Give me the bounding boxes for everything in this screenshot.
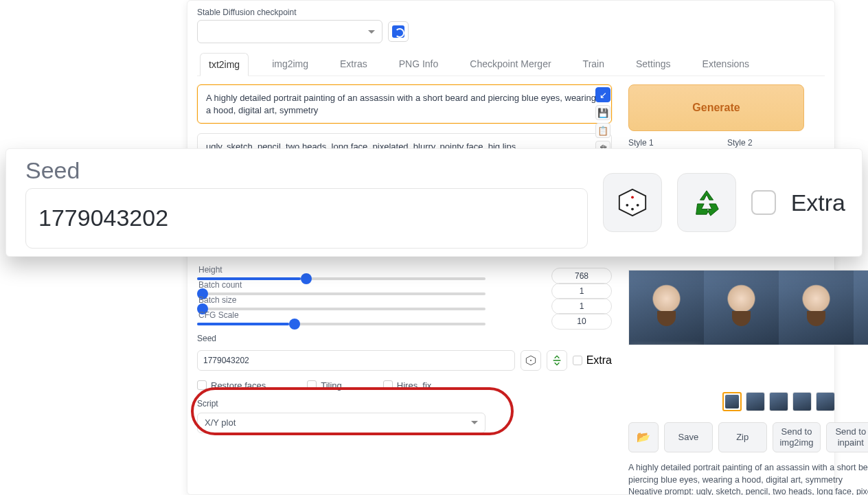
batch-count-slider[interactable]	[197, 292, 486, 295]
recycle-icon	[691, 187, 722, 218]
right-column: ↙ 💾 📋 🗑 Generate Style 1 None Style 2 No…	[616, 84, 819, 495]
seed-extra-label: Extra	[586, 354, 612, 367]
svg-point-1	[530, 360, 532, 361]
tab-checkpoint-merger[interactable]: Checkpoint Merger	[461, 53, 559, 76]
batch-count-label: Batch count	[198, 280, 242, 290]
checkpoint-select[interactable]	[197, 20, 382, 43]
tab-img2img[interactable]: img2img	[264, 53, 317, 76]
svg-point-5	[636, 204, 639, 207]
open-folder-button[interactable]: 📂	[628, 422, 659, 452]
overlay-extra-checkbox[interactable]	[751, 190, 776, 215]
script-label: Script	[197, 399, 612, 408]
generate-button[interactable]: Generate	[628, 84, 804, 131]
svg-point-4	[626, 204, 628, 207]
left-column: A highly detailed portrait painting of a…	[197, 84, 612, 495]
svg-marker-2	[619, 189, 645, 216]
tiling-check[interactable]: Tiling	[307, 380, 342, 391]
thumb-3[interactable]	[792, 392, 812, 411]
cfg-value[interactable]: 10	[551, 313, 612, 330]
seed-reuse-button[interactable]	[547, 350, 567, 371]
refresh-icon	[392, 25, 404, 38]
cfg-slider[interactable]	[197, 323, 486, 325]
thumb-4[interactable]	[816, 392, 835, 411]
hires-fix-check[interactable]: Hires. fix	[383, 380, 432, 391]
batch-size-slider[interactable]	[197, 308, 486, 310]
checkpoint-label: Stable Diffusion checkpoint	[197, 8, 825, 17]
tab-pnginfo[interactable]: PNG Info	[391, 53, 447, 76]
cfg-label: CFG Scale	[198, 310, 239, 320]
chevron-down-icon	[368, 30, 375, 34]
tab-extensions[interactable]: Extensions	[694, 53, 757, 76]
restore-faces-check[interactable]: Restore faces	[197, 380, 266, 391]
save-preset-icon[interactable]: 💾	[595, 105, 610, 120]
dice-icon	[525, 355, 536, 366]
output-info: A highly detailed portrait painting of a…	[628, 462, 868, 495]
seed-random-button[interactable]	[521, 350, 541, 371]
dice-icon	[617, 187, 648, 218]
send-to-inpaint-button[interactable]: Send to inpaint	[826, 422, 868, 452]
thumb-2[interactable]	[769, 392, 788, 411]
tab-settings[interactable]: Settings	[628, 53, 679, 76]
svg-point-6	[631, 208, 634, 211]
thumb-1[interactable]	[746, 392, 765, 411]
thumbnail-row	[628, 392, 868, 411]
style2-label: Style 2	[727, 138, 819, 148]
progress-area	[628, 349, 704, 382]
overlay-seed-reuse-button[interactable]	[677, 173, 736, 232]
main-tabs: txt2img img2img Extras PNG Info Checkpoi…	[197, 53, 825, 76]
script-select[interactable]: X/Y plot	[197, 413, 486, 433]
height-label: Height	[198, 265, 222, 275]
refresh-checkpoint-button[interactable]	[388, 21, 409, 42]
thumb-grid[interactable]	[722, 392, 742, 411]
overlay-extra-label: Extra	[791, 189, 845, 216]
svg-point-3	[631, 196, 634, 198]
tab-extras[interactable]: Extras	[332, 53, 376, 76]
recycle-icon	[551, 355, 562, 366]
seed-input[interactable]: 1779043202	[197, 350, 515, 371]
tab-train[interactable]: Train	[575, 53, 613, 76]
overlay-seed-input[interactable]: 1779043202	[25, 188, 588, 249]
chevron-down-icon	[471, 421, 478, 424]
batch-count-value[interactable]: 1	[551, 283, 612, 299]
result-image[interactable]	[628, 270, 868, 345]
seed-extra-check[interactable]: Extra	[573, 354, 612, 367]
clipboard-icon[interactable]: 📋	[595, 123, 610, 138]
save-button[interactable]: Save	[664, 422, 713, 452]
overlay-seed-random-button[interactable]	[603, 173, 662, 232]
seed-label: Seed	[197, 334, 612, 343]
batch-size-value[interactable]: 1	[551, 298, 612, 314]
send-to-img2img-button[interactable]: Send to img2img	[773, 422, 821, 452]
overlay-seed-label: Seed	[25, 157, 588, 184]
arrow-tool-icon[interactable]: ↙	[595, 87, 610, 102]
prompt-input[interactable]: A highly detailed portrait painting of a…	[197, 84, 612, 124]
height-value[interactable]: 768	[551, 268, 612, 284]
seed-callout-overlay: Seed 1779043202 Extra	[5, 148, 863, 257]
tab-txt2img[interactable]: txt2img	[200, 53, 249, 76]
zip-button[interactable]: Zip	[718, 422, 767, 452]
style1-label: Style 1	[628, 138, 720, 148]
